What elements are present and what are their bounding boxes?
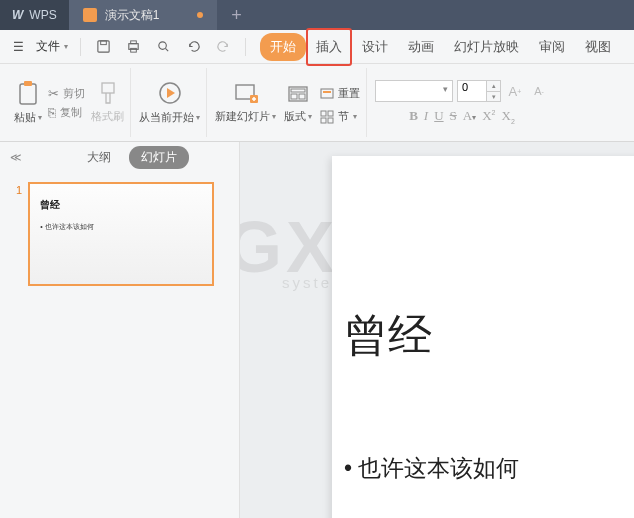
slide[interactable]: 曾经 也许这本该如何 [332, 156, 634, 518]
font-size-spinner[interactable]: ▴▾ [487, 80, 501, 102]
grow-font-icon[interactable]: A+ [505, 81, 525, 101]
font-group: 0 ▴▾ A+ A- B I U S A▾ X2 X2 [369, 68, 555, 137]
quick-access-toolbar [87, 37, 239, 57]
copy-icon: ⎘ [48, 105, 56, 120]
ribbon: 粘贴▾ ✂剪切 ⎘复制 格式刷 从当前开始▾ [0, 64, 634, 142]
superscript-button[interactable]: X2 [482, 108, 495, 125]
svg-rect-13 [291, 89, 305, 92]
document-tab[interactable]: 演示文稿1 [69, 0, 218, 30]
outline-tab[interactable]: 大纲 [75, 146, 123, 169]
layout-icon [286, 83, 310, 107]
file-menu[interactable]: 文件 ▾ [30, 38, 74, 55]
undo-icon[interactable] [183, 37, 203, 57]
app-tab[interactable]: W WPS [0, 0, 69, 30]
svg-rect-0 [97, 41, 108, 52]
file-label: 文件 [36, 38, 60, 55]
from-current-button[interactable]: 从当前开始▾ [139, 80, 200, 125]
scissors-icon: ✂ [48, 86, 59, 101]
font-size-input[interactable]: 0 [457, 80, 487, 102]
tab-insert[interactable]: 插入 [306, 28, 352, 66]
slide-canvas[interactable]: GX 网 system.com 曾经 也许这本该如何 [240, 142, 634, 518]
side-panel-header: ≪ 大纲 幻灯片 [0, 142, 239, 172]
unsaved-dot-icon [197, 12, 203, 18]
chevron-down-icon: ▾ [308, 112, 312, 121]
chevron-down-icon: ▾ [353, 112, 357, 121]
svg-rect-17 [323, 91, 331, 93]
titlebar: W WPS 演示文稿1 + [0, 0, 634, 30]
menubar: ☰ 文件 ▾ 开始 插入 设计 动画 幻灯片放映 审阅 视图 [0, 30, 634, 64]
svg-point-5 [158, 42, 166, 50]
paste-button[interactable]: 粘贴▾ [14, 80, 42, 125]
new-slide-icon [233, 81, 259, 107]
slide-body[interactable]: 也许这本该如何 [344, 453, 634, 484]
copy-button[interactable]: ⎘复制 [48, 105, 85, 120]
hamburger-icon[interactable]: ☰ [8, 37, 28, 57]
shrink-font-icon[interactable]: A- [529, 81, 549, 101]
svg-rect-19 [328, 111, 333, 116]
reset-icon [320, 87, 334, 101]
print-preview-icon[interactable] [153, 37, 173, 57]
cut-label: 剪切 [63, 86, 85, 101]
spin-up-icon[interactable]: ▴ [487, 81, 500, 92]
clipboard-group: 粘贴▾ ✂剪切 ⎘复制 格式刷 [8, 68, 131, 137]
spin-down-icon[interactable]: ▾ [487, 92, 500, 102]
tab-slideshow[interactable]: 幻灯片放映 [444, 33, 529, 61]
format-painter-label: 格式刷 [91, 109, 124, 124]
new-slide-label: 新建幻灯片 [215, 109, 270, 124]
svg-rect-18 [321, 111, 326, 116]
bold-button[interactable]: B [409, 108, 418, 125]
strikethrough-button[interactable]: S [450, 108, 457, 125]
app-name: WPS [29, 8, 56, 22]
workspace: ≪ 大纲 幻灯片 1 曾经 • 也许这本该如何 GX 网 system.com … [0, 142, 634, 518]
slides-group: 新建幻灯片▾ 版式▾ 重置 节▾ [209, 68, 367, 137]
from-current-label: 从当前开始 [139, 110, 194, 125]
thumb-number: 1 [16, 182, 22, 286]
svg-rect-16 [321, 89, 333, 98]
thumb-body: • 也许这本该如何 [40, 222, 202, 232]
menu-tabs: 开始 插入 设计 动画 幻灯片放映 审阅 视图 [260, 33, 621, 61]
svg-rect-8 [102, 83, 114, 93]
slides-tab[interactable]: 幻灯片 [129, 146, 189, 169]
tab-view[interactable]: 视图 [575, 33, 621, 61]
paste-label: 粘贴 [14, 110, 36, 125]
layout-label: 版式 [284, 109, 306, 124]
new-slide-button[interactable]: 新建幻灯片▾ [215, 81, 276, 124]
cut-button[interactable]: ✂剪切 [48, 86, 85, 101]
layout-button[interactable]: 版式▾ [284, 83, 312, 124]
svg-rect-6 [20, 84, 36, 104]
underline-button[interactable]: U [434, 108, 443, 125]
thumb-title: 曾经 [40, 198, 202, 212]
section-icon [320, 110, 334, 124]
tab-animation[interactable]: 动画 [398, 33, 444, 61]
tab-design[interactable]: 设计 [352, 33, 398, 61]
italic-button[interactable]: I [424, 108, 428, 125]
brush-icon [97, 81, 119, 107]
new-tab-button[interactable]: + [217, 5, 256, 26]
font-name-select[interactable] [375, 80, 453, 102]
slideshow-group: 从当前开始▾ [133, 68, 207, 137]
reset-button[interactable]: 重置 [320, 86, 360, 101]
copy-label: 复制 [60, 105, 82, 120]
tab-review[interactable]: 审阅 [529, 33, 575, 61]
slide-title[interactable]: 曾经 [344, 306, 634, 365]
print-icon[interactable] [123, 37, 143, 57]
doc-title: 演示文稿1 [105, 7, 160, 24]
redo-icon[interactable] [213, 37, 233, 57]
chevron-down-icon: ▾ [272, 112, 276, 121]
section-button[interactable]: 节▾ [320, 109, 360, 124]
svg-rect-15 [299, 94, 305, 99]
section-label: 节 [338, 109, 349, 124]
presentation-icon [83, 8, 97, 22]
format-painter-button[interactable]: 格式刷 [91, 81, 124, 124]
collapse-icon[interactable]: ≪ [10, 151, 22, 164]
thumbnail-row: 1 曾经 • 也许这本该如何 [16, 182, 223, 286]
wps-logo-icon: W [12, 8, 23, 22]
slide-thumbnail[interactable]: 曾经 • 也许这本该如何 [28, 182, 214, 286]
subscript-button[interactable]: X2 [502, 108, 515, 125]
svg-rect-21 [328, 118, 333, 123]
save-icon[interactable] [93, 37, 113, 57]
tab-start[interactable]: 开始 [260, 33, 306, 61]
separator [245, 38, 246, 56]
svg-rect-3 [130, 41, 136, 44]
font-color-button[interactable]: A▾ [463, 108, 476, 125]
